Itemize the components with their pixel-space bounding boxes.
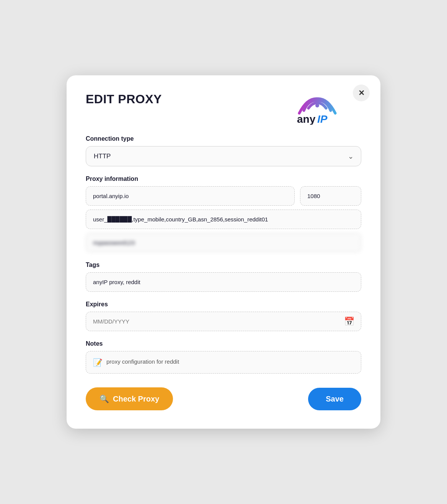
host-input[interactable] <box>86 186 295 206</box>
close-button[interactable]: ✕ <box>353 85 370 101</box>
svg-text:IP: IP <box>317 113 328 125</box>
expires-label: Expires <box>86 301 361 308</box>
modal-title: EDIT PROXY <box>86 92 162 106</box>
edit-proxy-modal: ✕ EDIT PROXY any IP <box>67 75 380 429</box>
connection-type-select[interactable]: HTTP HTTPS SOCKS4 SOCKS5 <box>86 146 361 166</box>
header-row: EDIT PROXY any IP <box>86 92 361 125</box>
expires-wrapper: 📅 <box>86 312 361 331</box>
footer-row: 🔍 Check Proxy Save <box>86 387 361 410</box>
password-row <box>86 233 361 252</box>
notes-wrapper[interactable]: 📝 proxy configuration for reddit <box>86 351 361 374</box>
tags-label: Tags <box>86 262 361 268</box>
connection-type-label: Connection type <box>86 135 361 142</box>
logo-area: any IP <box>292 92 342 125</box>
host-port-row <box>86 186 361 206</box>
notes-label: Notes <box>86 340 361 347</box>
svg-point-0 <box>315 104 319 107</box>
port-wrapper <box>300 186 361 206</box>
notes-text: proxy configuration for reddit <box>106 358 179 366</box>
host-wrapper <box>86 186 295 206</box>
check-proxy-label: Check Proxy <box>113 395 159 403</box>
proxy-info-label: Proxy information <box>86 176 361 182</box>
connection-type-wrapper: HTTP HTTPS SOCKS4 SOCKS5 ⌄ <box>86 146 361 166</box>
check-proxy-button[interactable]: 🔍 Check Proxy <box>86 387 173 410</box>
tags-input[interactable] <box>86 272 361 292</box>
svg-text:any: any <box>297 113 316 125</box>
search-magnify-icon: 🔍 <box>100 394 109 403</box>
anyip-logo: any IP <box>292 92 342 125</box>
expires-input[interactable] <box>86 312 361 331</box>
password-input[interactable] <box>86 233 361 252</box>
port-input[interactable] <box>300 186 361 206</box>
save-button[interactable]: Save <box>308 388 361 410</box>
username-input[interactable] <box>86 210 361 229</box>
notes-icon: 📝 <box>93 358 103 367</box>
